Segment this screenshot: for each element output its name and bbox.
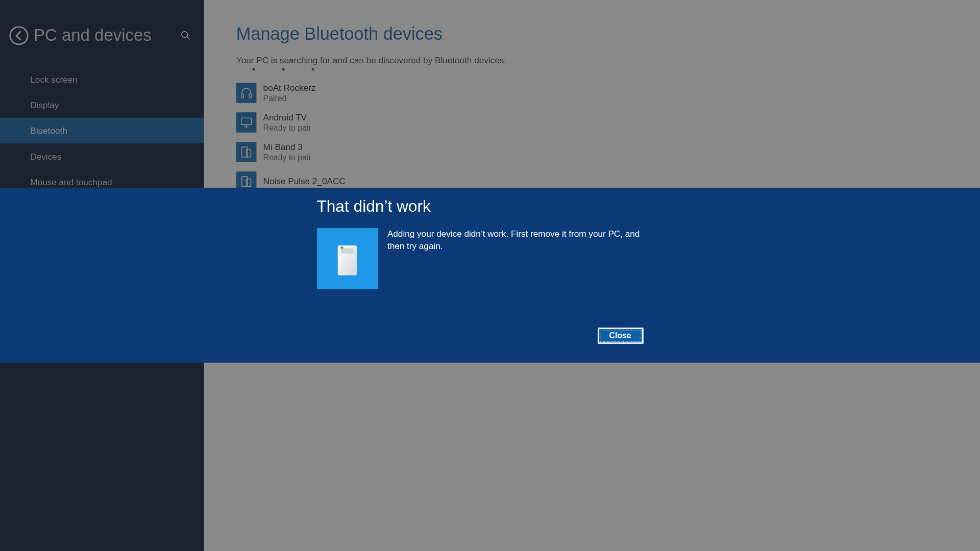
error-modal: That didn’t work: [0, 188, 980, 363]
device-computer-icon: [316, 228, 378, 289]
modal-title: That didn’t work: [316, 197, 656, 216]
modal-actions: Close: [316, 328, 656, 363]
modal-content: That didn’t work: [316, 188, 656, 363]
svg-rect-13: [340, 248, 354, 254]
modal-message: Adding your device didn’t work. First re…: [387, 228, 656, 289]
modal-body: Adding your device didn’t work. First re…: [316, 228, 656, 289]
svg-point-14: [340, 246, 343, 248]
close-button[interactable]: Close: [597, 328, 643, 344]
close-button-label: Close: [609, 331, 631, 340]
